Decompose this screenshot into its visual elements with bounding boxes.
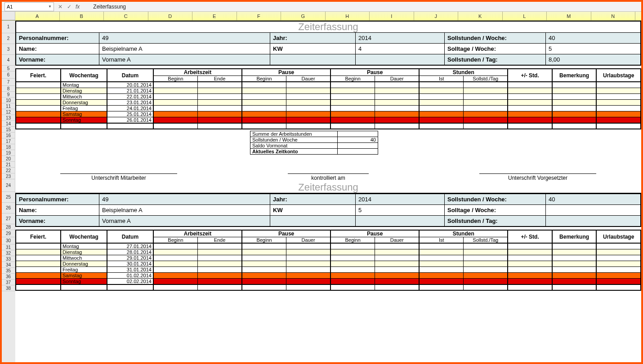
row-header[interactable]: 22	[2, 168, 15, 173]
label-sollwoche: Sollstunden / Woche:	[445, 33, 546, 43]
col-header[interactable]: H	[326, 12, 370, 20]
info-row: Personalnummer: 49 Jahr: 2014 Sollstunde…	[16, 194, 640, 204]
value-solltage[interactable]: 5	[546, 44, 640, 54]
row-header[interactable]: 4	[2, 55, 15, 66]
table-row[interactable]: Sonntag26.01.2014	[16, 117, 641, 124]
column-headers: A B C D E F G H I J K L M N	[2, 12, 641, 21]
value-name[interactable]: Beispielname A	[99, 44, 270, 54]
row-header[interactable]: 34	[2, 262, 15, 268]
label-kw: KW	[270, 44, 356, 54]
table-row[interactable]: Mittwoch29.01.2014	[16, 255, 641, 261]
row-header[interactable]: 25	[2, 192, 15, 203]
row-header[interactable]: 27	[2, 213, 15, 224]
value-jahr[interactable]: 2014	[356, 33, 445, 43]
sig-vorgesetzter: Unterschrift Vorgesetzter	[479, 173, 596, 181]
row-header[interactable]: 12	[2, 109, 15, 115]
row-header[interactable]: 21	[2, 162, 15, 168]
row-header[interactable]: 17	[2, 138, 15, 144]
row-header[interactable]: 2	[2, 33, 15, 44]
row-header[interactable]: 37	[2, 280, 15, 285]
select-all-corner[interactable]	[2, 12, 15, 20]
accept-icon[interactable]: ✓	[66, 4, 73, 10]
name-box-value: A1	[7, 4, 13, 9]
row-header[interactable]: 29	[2, 230, 15, 237]
value-vorname[interactable]: Vorname A	[99, 54, 270, 65]
summary-soll-val[interactable]: 40	[338, 137, 378, 143]
excel-window: A1 ▼ ✕ ✓ fx Zeiterfassung A B C D E F G …	[2, 2, 641, 362]
row-header[interactable]: 35	[2, 268, 15, 274]
row-header[interactable]: 38	[2, 285, 15, 291]
table-row[interactable]: Dienstag21.01.2014	[16, 88, 641, 94]
label-solltage: Solltage / Woche:	[445, 44, 546, 54]
row-header[interactable]: 13	[2, 115, 15, 121]
cancel-icon[interactable]: ✕	[57, 4, 64, 10]
chevron-down-icon[interactable]: ▼	[48, 4, 52, 9]
value-personalnr[interactable]: 49	[99, 33, 270, 43]
row-header[interactable]: 19	[2, 150, 15, 156]
row-header[interactable]: 6	[2, 71, 15, 79]
col-header[interactable]: B	[60, 12, 104, 20]
formula-input[interactable]: Zeiterfassung	[93, 4, 126, 10]
col-header[interactable]: D	[148, 12, 193, 20]
table-row[interactable]: Freitag31.01.2014	[16, 267, 641, 273]
row-header[interactable]: 33	[2, 256, 15, 262]
col-header[interactable]: F	[237, 12, 281, 20]
table-row[interactable]: Samstag01.02.2014	[16, 273, 641, 279]
col-header[interactable]: E	[192, 12, 237, 20]
table-row[interactable]: Samstag25.01.2014	[16, 111, 641, 117]
row-header[interactable]: 36	[2, 274, 15, 280]
value-sollwoche[interactable]: 40	[546, 33, 640, 43]
row-header[interactable]: 20	[2, 156, 15, 162]
row-header[interactable]: 14	[2, 121, 15, 127]
row-header[interactable]: 8	[2, 86, 15, 92]
info-row: Personalnummer: 49 Jahr: 2014 Sollstunde…	[16, 32, 640, 43]
col-header[interactable]: A	[15, 12, 60, 20]
row-header[interactable]: 24	[2, 179, 15, 192]
col-header[interactable]: G	[281, 12, 326, 20]
label-name: Name:	[16, 44, 99, 54]
row-header[interactable]: 7	[2, 79, 15, 86]
label-jahr: Jahr:	[270, 33, 356, 43]
sheet-title: Zeiterfassung	[16, 22, 640, 32]
col-header[interactable]: J	[414, 12, 459, 20]
row-header[interactable]: 15	[2, 127, 15, 133]
row-header[interactable]: 23	[2, 173, 15, 179]
row-header[interactable]: 9	[2, 92, 15, 98]
summary-table: Summe der Arbeitsstunden Sollstunden / W…	[250, 131, 378, 155]
table-row[interactable]: Montag20.01.2014	[16, 82, 641, 88]
table-row[interactable]: Mittwoch22.01.2014	[16, 94, 641, 100]
row-header[interactable]: 10	[2, 98, 15, 103]
row-header[interactable]: 1	[2, 21, 15, 33]
col-header[interactable]: C	[104, 12, 148, 20]
table-row[interactable]: Donnerstag23.01.2014	[16, 100, 641, 106]
table-row[interactable]: Sonntag02.02.2014	[16, 279, 641, 285]
row-header[interactable]: 18	[2, 144, 15, 150]
col-header[interactable]: N	[591, 12, 636, 20]
col-header[interactable]: L	[503, 12, 547, 20]
value-kw[interactable]: 4	[356, 44, 445, 54]
row-header[interactable]: 30	[2, 237, 15, 244]
row-headers: 1234567891011121314151617181920212223242…	[2, 21, 15, 362]
spreadsheet-grid[interactable]: Zeiterfassung Personalnummer: 49 Jahr: 2…	[15, 21, 641, 362]
time-table-1[interactable]: Feiert.WochentagDatumArbeitszeitPausePau…	[15, 68, 641, 129]
table-row[interactable]: Freitag24.01.2014	[16, 106, 641, 111]
table-row[interactable]: Donnerstag30.01.2014	[16, 261, 641, 267]
row-header[interactable]: 31	[2, 244, 15, 250]
row-header[interactable]: 32	[2, 250, 15, 256]
row-header[interactable]: 11	[2, 103, 15, 109]
table-row[interactable]: Montag27.01.2014	[16, 243, 641, 249]
row-header[interactable]: 26	[2, 203, 15, 213]
value-solltag[interactable]: 8,00	[546, 54, 640, 65]
row-header[interactable]: 5	[2, 66, 15, 71]
summary-soll-label: Sollstunden / Woche	[250, 137, 338, 143]
name-box[interactable]: A1 ▼	[4, 2, 54, 11]
col-header[interactable]: I	[370, 12, 414, 20]
time-table-2[interactable]: Feiert.WochentagDatumArbeitszeitPausePau…	[15, 230, 641, 291]
col-header[interactable]: K	[458, 12, 503, 20]
fx-icon[interactable]: fx	[76, 4, 80, 10]
row-header[interactable]: 28	[2, 224, 15, 230]
row-header[interactable]: 3	[2, 44, 15, 55]
col-header[interactable]: M	[547, 12, 591, 20]
table-row[interactable]: Dienstag28.01.2014	[16, 249, 641, 255]
row-header[interactable]: 16	[2, 133, 15, 138]
